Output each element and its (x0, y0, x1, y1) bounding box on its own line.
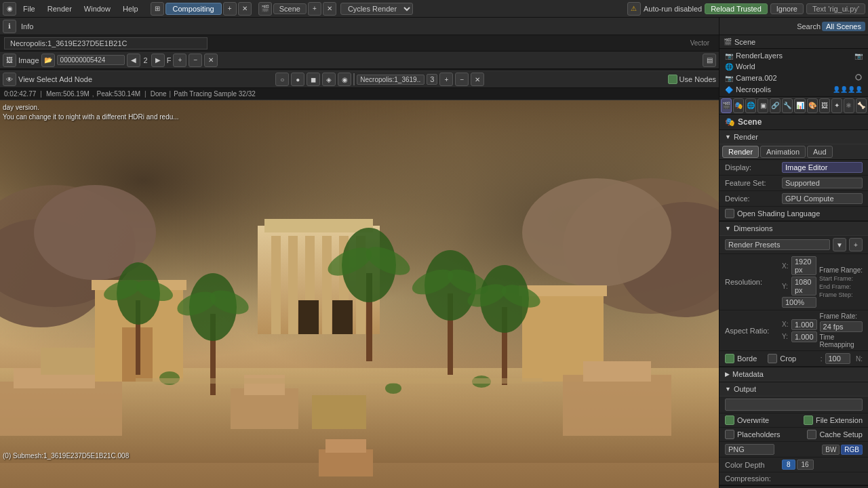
viewport-3d[interactable]: day version. You can change it to night … (0, 100, 719, 488)
prop-tab-constraints[interactable]: 🔗 (770, 98, 781, 113)
tree-world[interactable]: 🌐 World (719, 61, 868, 72)
scene-tree: 📷 RenderLayers 📷 🌐 World 📷 Camera.002 (719, 49, 868, 97)
tree-camera[interactable]: 📷 Camera.002 (719, 72, 868, 84)
asp-y-value[interactable]: 1.000 (791, 331, 817, 342)
img-tools-a[interactable]: + (173, 54, 186, 67)
menu-window[interactable]: Window (79, 3, 116, 14)
img-next-btn[interactable]: ▶ (151, 54, 165, 67)
camera-name-input[interactable] (357, 75, 425, 85)
cam-x-icon[interactable]: ✕ (471, 73, 484, 86)
render-tab-audio[interactable]: Aud (807, 146, 833, 158)
cam-remove-icon[interactable]: − (455, 73, 469, 86)
img-tools-b[interactable]: − (189, 54, 202, 67)
prop-tab-material[interactable]: 🎨 (807, 98, 818, 113)
add-menu-label: Add (59, 75, 73, 83)
image-id-input[interactable] (57, 55, 125, 65)
img-prev-btn[interactable]: ◀ (127, 54, 140, 67)
prop-tab-scene[interactable]: 🎭 (733, 98, 744, 113)
ignore-button[interactable]: Ignore (770, 3, 804, 14)
presets-expand[interactable]: ▼ (833, 238, 846, 251)
overwrite-checkbox[interactable] (725, 415, 734, 425)
cam-num-field[interactable]: 3 (427, 74, 437, 85)
prop-tab-texture[interactable]: 🖼 (819, 98, 830, 113)
res-y-value[interactable]: 1080 px (791, 277, 816, 296)
search-tab[interactable]: Search (797, 22, 821, 30)
format-value[interactable]: PNG (725, 444, 774, 455)
placeholders-checkbox[interactable] (725, 430, 734, 439)
svg-rect-15 (298, 300, 319, 334)
prop-tab-world[interactable]: 🌐 (745, 98, 756, 113)
workspace-tab-compositing[interactable]: Compositing (165, 3, 222, 15)
mat-icon-2[interactable]: ● (291, 73, 304, 86)
rgb-btn[interactable]: RGB (841, 445, 863, 455)
fps-value[interactable]: 24 fps (820, 321, 863, 332)
render-section-header[interactable]: ▼ Render (719, 130, 868, 144)
mat-icon-4[interactable]: ◈ (322, 73, 336, 86)
res-pct-value[interactable]: 100% (782, 297, 816, 308)
display-value[interactable]: Image Editor (782, 162, 863, 173)
output-header[interactable]: ▼ Output (719, 382, 868, 396)
feature-set-value[interactable]: Supported (782, 178, 863, 188)
shading-checkbox[interactable] (725, 209, 734, 218)
engine-selector[interactable]: Cycles Render (340, 3, 413, 15)
all-scenes-tab[interactable]: All Scenes (822, 22, 865, 31)
frame-num: 2 (142, 56, 149, 64)
close-scene-btn[interactable]: ✕ (323, 2, 336, 16)
metadata-header[interactable]: ▶ Metadata (719, 367, 868, 382)
slot-icon[interactable]: ▤ (703, 54, 716, 67)
dimensions-header[interactable]: ▼ Dimensions (719, 222, 868, 236)
scene-name[interactable]: Scene (273, 3, 307, 14)
resolution-fields: X: 1920 px Y: 1080 px 100% (782, 256, 816, 308)
render-tab-animation[interactable]: Animation (760, 146, 806, 158)
mat-icon-3[interactable]: ◼ (307, 73, 320, 86)
cam-add-icon[interactable]: + (439, 73, 453, 86)
tree-necropolis[interactable]: 🔷 Necropolis 👤👤👤👤 (719, 84, 868, 95)
prop-tab-render[interactable]: 🎬 (721, 98, 732, 113)
render-tab-render[interactable]: Render (722, 146, 759, 158)
info-icon[interactable]: ℹ (3, 20, 16, 33)
blender-logo[interactable]: ◉ (3, 2, 16, 16)
file-ext-checkbox[interactable] (804, 415, 813, 425)
workspace-grid-icon[interactable]: ⊞ (151, 2, 164, 16)
add-workspace-btn[interactable]: + (223, 2, 237, 16)
depth-16-btn[interactable]: 16 (797, 460, 814, 470)
prop-tab-physics[interactable]: ⚛ (844, 98, 854, 113)
add-scene-btn[interactable]: + (308, 2, 321, 16)
mat-icon-1[interactable]: ○ (275, 73, 289, 86)
res-x-value[interactable]: 1920 px (791, 256, 816, 275)
prop-tab-bone[interactable]: 🦴 (856, 98, 867, 113)
menu-help[interactable]: Help (117, 3, 144, 14)
close-workspace-btn[interactable]: ✕ (238, 2, 252, 16)
crop-val[interactable]: 100 (825, 353, 851, 364)
use-nodes-label[interactable]: Use Nodes (668, 75, 716, 84)
prop-tab-object[interactable]: ▣ (757, 98, 768, 113)
view-menu-icon[interactable]: 👁 (3, 73, 16, 86)
mat-icon-5[interactable]: ◉ (338, 73, 351, 86)
prop-tab-data[interactable]: 📊 (794, 98, 805, 113)
tree-nec-label: Necropolis (736, 85, 771, 94)
presets-add[interactable]: + (849, 238, 863, 251)
prop-tab-particles[interactable]: ✦ (831, 98, 842, 113)
border-checkbox[interactable] (725, 354, 734, 363)
bw-btn[interactable]: BW (822, 445, 840, 455)
asp-x-value[interactable]: 1.000 (791, 319, 817, 330)
depth-8-btn[interactable]: 8 (782, 460, 795, 470)
img-browse-icon[interactable]: 📂 (41, 54, 55, 67)
viewport-wrapper: 0:02:42.77 | Mem:506.19M , Peak:530.14M … (0, 88, 719, 488)
crop-checkbox[interactable] (768, 354, 777, 363)
prop-tab-modifiers[interactable]: 🔧 (782, 98, 793, 113)
reload-trusted-button[interactable]: Reload Trusted (705, 3, 768, 14)
menu-render[interactable]: Render (42, 3, 77, 14)
img-tools-c[interactable]: ✕ (204, 54, 218, 67)
img-editor-icon[interactable]: 🖼 (3, 54, 16, 67)
use-nodes-check[interactable] (668, 75, 677, 84)
menu-file[interactable]: File (18, 3, 41, 14)
cache-checkbox[interactable] (807, 430, 816, 439)
tree-render-layers[interactable]: 📷 RenderLayers 📷 (719, 50, 868, 61)
device-value[interactable]: GPU Compute (782, 193, 863, 204)
blender-icon-area: ◉ (3, 2, 16, 16)
render-presets-value[interactable]: Render Presets (725, 239, 830, 250)
output-path-field[interactable] (725, 399, 863, 411)
placeholders-check-group: Placeholders (725, 430, 781, 439)
node-path-input[interactable] (4, 37, 208, 49)
